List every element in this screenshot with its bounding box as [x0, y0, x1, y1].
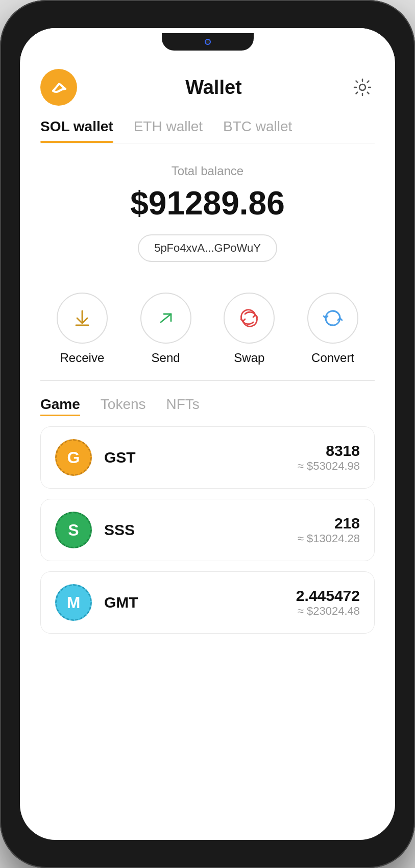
phone-frame: Wallet SOL wallet ETH wallet BTC wallet …: [0, 0, 415, 868]
app-content: Wallet SOL wallet ETH wallet BTC wallet …: [20, 59, 395, 840]
token-list: G GST 8318 ≈ $53024.98 S SSS 218: [40, 426, 375, 634]
send-action[interactable]: Send: [140, 293, 191, 365]
tab-sol-wallet[interactable]: SOL wallet: [40, 118, 113, 143]
tab-game[interactable]: Game: [40, 396, 80, 416]
gmt-values: 2.445472 ≈ $23024.48: [296, 587, 360, 618]
convert-label: Convert: [311, 351, 354, 365]
convert-button[interactable]: [307, 293, 358, 344]
svg-point-0: [359, 84, 365, 90]
swap-label: Swap: [234, 351, 264, 365]
swap-action[interactable]: Swap: [224, 293, 275, 365]
balance-label: Total balance: [172, 164, 243, 178]
swap-button[interactable]: [224, 293, 275, 344]
wallet-tabs: SOL wallet ETH wallet BTC wallet: [40, 113, 375, 143]
section-divider: [40, 380, 375, 381]
list-item[interactable]: G GST 8318 ≈ $53024.98: [40, 426, 375, 489]
gst-usd: ≈ $53024.98: [298, 460, 360, 473]
balance-amount: $91289.86: [130, 184, 285, 222]
receive-label: Receive: [60, 351, 105, 365]
gmt-amount: 2.445472: [296, 587, 360, 605]
asset-tabs: Game Tokens NFTs: [40, 391, 375, 426]
gst-values: 8318 ≈ $53024.98: [298, 442, 360, 473]
sss-usd: ≈ $13024.28: [298, 532, 360, 545]
send-button[interactable]: [140, 293, 191, 344]
notch-area: [20, 28, 395, 59]
gmt-name: GMT: [104, 594, 296, 611]
action-buttons: Receive Send: [40, 277, 375, 380]
sss-logo: S: [55, 512, 92, 548]
balance-section: Total balance $91289.86 5pFo4xvA...GPoWu…: [40, 143, 375, 277]
settings-icon[interactable]: [350, 75, 375, 100]
tab-btc-wallet[interactable]: BTC wallet: [223, 118, 292, 143]
sss-values: 218 ≈ $13024.28: [298, 515, 360, 545]
gst-name: GST: [104, 449, 298, 466]
header: Wallet: [40, 59, 375, 113]
send-label: Send: [152, 351, 180, 365]
gst-logo: G: [55, 439, 92, 476]
phone-screen: Wallet SOL wallet ETH wallet BTC wallet …: [20, 28, 395, 840]
gmt-logo: M: [55, 584, 92, 621]
wallet-address[interactable]: 5pFo4xvA...GPoWuY: [138, 234, 277, 262]
tab-tokens[interactable]: Tokens: [101, 396, 146, 416]
page-title: Wallet: [185, 77, 242, 99]
list-item[interactable]: S SSS 218 ≈ $13024.28: [40, 499, 375, 561]
receive-action[interactable]: Receive: [57, 293, 108, 365]
gmt-usd: ≈ $23024.48: [296, 605, 360, 618]
gst-amount: 8318: [298, 442, 360, 460]
list-item[interactable]: M GMT 2.445472 ≈ $23024.48: [40, 571, 375, 634]
convert-action[interactable]: Convert: [307, 293, 358, 365]
app-logo[interactable]: [40, 69, 77, 106]
notch: [162, 33, 254, 51]
sss-name: SSS: [104, 521, 298, 539]
tab-nfts[interactable]: NFTs: [166, 396, 200, 416]
tab-eth-wallet[interactable]: ETH wallet: [134, 118, 203, 143]
notch-dot: [205, 39, 211, 45]
sss-amount: 218: [298, 515, 360, 532]
receive-button[interactable]: [57, 293, 108, 344]
